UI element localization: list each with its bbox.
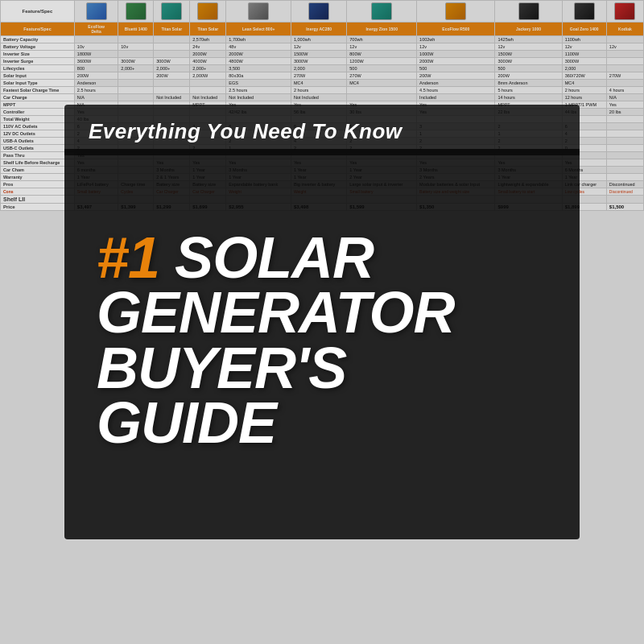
title-bar: Everything You Need To Know (64, 105, 580, 155)
main-heading: #1 SOLAR GENERATOR BUYER'S GUIDE (97, 230, 547, 451)
heading-line4: GUIDE (97, 390, 276, 455)
subtitle: Everything You Need To Know (89, 119, 555, 144)
content-card: #1 SOLAR GENERATOR BUYER'S GUIDE (64, 149, 580, 539)
page-wrapper: Feature/Spec Feature/Spec EcoFlowDelta (0, 0, 644, 644)
